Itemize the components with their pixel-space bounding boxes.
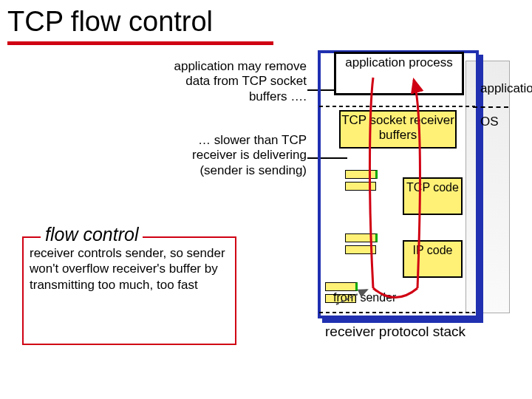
flow-control-legend: flow control	[41, 224, 143, 245]
annotation-slower: … slower than TCP receiver is delivering…	[166, 133, 307, 178]
receiver-protocol-stack-caption: receiver protocol stack	[325, 324, 466, 340]
side-label-application: application	[480, 81, 532, 96]
ip-code-box: IP code	[403, 240, 463, 278]
annotation-app-remove: application may remove data from TCP soc…	[166, 59, 307, 104]
tcp-code-box: TCP code	[403, 177, 463, 215]
flow-control-box: receiver controls sender, so sender won'…	[22, 236, 236, 345]
segment-icon	[345, 233, 378, 242]
segment-icon	[325, 282, 358, 291]
segment-icon	[345, 245, 376, 254]
page-title: TCP flow control	[7, 6, 213, 38]
flow-control-text: receiver controls sender, so sender won'…	[30, 245, 229, 293]
title-underline	[7, 41, 273, 45]
segment-icon	[345, 170, 378, 179]
socket-buffers-box: TCP socket receiver buffers	[339, 110, 457, 149]
from-sender-label: from sender	[333, 291, 396, 304]
os-divider-dash	[473, 106, 508, 108]
side-label-os: OS	[480, 115, 499, 129]
segment-icon	[345, 182, 376, 191]
application-process-box: application process	[334, 52, 464, 95]
